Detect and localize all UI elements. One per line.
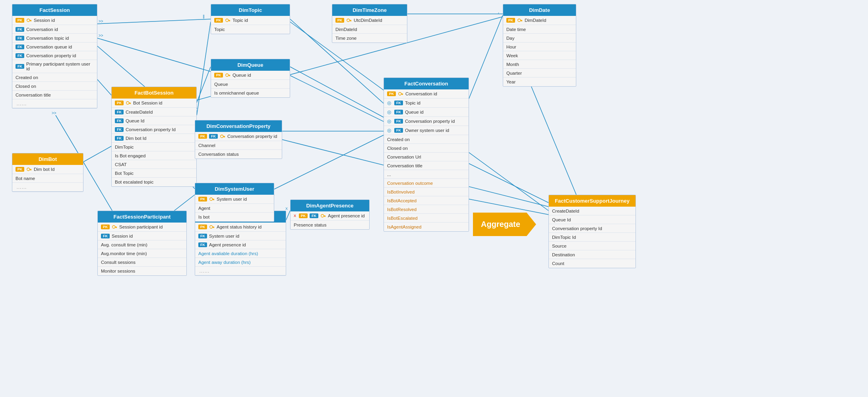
row-queue-id4: Queue Id [549, 215, 636, 224]
row-quarter: Quarter [503, 69, 576, 77]
row-agent-away-dur: Agent away duration (hrs) [195, 258, 286, 267]
svg-point-62 [226, 74, 229, 77]
svg-point-46 [126, 102, 129, 105]
row-conv-prop-id4: ◎FKConversation property id [384, 117, 469, 126]
svg-rect-61 [229, 21, 230, 21]
svg-rect-47 [129, 103, 131, 103]
svg-rect-60 [229, 21, 230, 21]
svg-line-8 [197, 22, 211, 115]
row-dots: ... [384, 170, 469, 179]
entity-dimConversationProperty-header: DimConversationProperty [195, 120, 282, 132]
svg-text:X: X [285, 207, 288, 211]
key-icon [225, 72, 231, 78]
row-bot-name: Bot name [12, 174, 83, 183]
row-separator: …… [12, 183, 83, 192]
svg-rect-76 [325, 216, 326, 217]
entity-dimTopic-header: DimTopic [211, 4, 290, 16]
row-conv-prop-id2: FKConversation property Id [112, 125, 196, 134]
svg-text:>>: >> [99, 19, 103, 23]
key-icon [517, 17, 523, 23]
svg-text:>>: >> [99, 33, 103, 38]
row-is-bot-engaged: Is Bot engaged [112, 151, 196, 160]
svg-point-38 [27, 19, 30, 22]
badge-pk: PK [387, 91, 396, 96]
svg-rect-55 [212, 227, 214, 227]
row-agent-presence-id2: X PK FK Agent presence id [291, 211, 369, 221]
entity-factConversation-header: FactConversation [384, 78, 469, 89]
badge-fk: FK [101, 234, 110, 238]
row-created-on2: Created on [384, 135, 469, 144]
svg-rect-79 [349, 20, 351, 21]
row-closed-on: Closed on [12, 82, 97, 91]
svg-text:‖: ‖ [203, 14, 205, 19]
badge-fk: FK [15, 45, 24, 49]
badge-pk: PK [101, 225, 110, 229]
row-is-bot-accepted: IsBotAccepted [384, 196, 469, 205]
row-dimtopic: DimTopic [112, 143, 196, 151]
svg-line-20 [274, 135, 384, 189]
entity-factSession: FactSession PK Session id FK Conversatio… [12, 4, 97, 108]
svg-rect-59 [228, 20, 230, 21]
row-is-bot-involved: IsBotInvolved [384, 188, 469, 196]
row-queue-id3: ◎FKQueue id [384, 108, 469, 117]
row-topic-id: PK Topic id [211, 16, 290, 25]
svg-point-82 [399, 93, 401, 95]
svg-rect-57 [213, 227, 214, 228]
row-conv-outcome: Conversation outcome [384, 179, 469, 188]
badge-fk: FK [198, 242, 207, 247]
entity-dimBot: DimBot PK Dim bot Id Bot name …… [12, 153, 83, 192]
svg-rect-56 [213, 227, 214, 228]
row-bot-escalated-topic: Bot escalated topic [112, 178, 196, 186]
svg-rect-72 [213, 199, 214, 200]
key-icon [209, 224, 215, 230]
aggregate-arrow: Aggregate [473, 213, 536, 236]
entity-factSession-header: FactSession [12, 4, 97, 16]
row-bot-session-id: PK Bot Session id [112, 99, 196, 108]
svg-rect-45 [30, 170, 31, 170]
svg-point-54 [210, 226, 213, 229]
svg-rect-64 [229, 76, 230, 76]
key-icon [126, 100, 131, 106]
row-destination: Destination [549, 250, 636, 259]
svg-rect-69 [224, 137, 225, 137]
row-hour: Hour [503, 43, 576, 51]
row-queue-id: FKQueue Id [112, 116, 196, 125]
row-month: Month [503, 60, 576, 69]
svg-point-66 [221, 135, 223, 138]
entity-dimAgentPresence: DimAgentPresence X PK FK Agent presence … [290, 199, 370, 230]
row-is-omnichannel: Is omnichannel queue [211, 89, 290, 97]
row-dimtopic-id: DimTopic Id [549, 233, 636, 242]
svg-rect-49 [130, 103, 130, 104]
badge-fk: FK [115, 127, 124, 132]
svg-point-50 [112, 226, 115, 229]
entity-factCustomerSupportJourney: FactCustomerSupportJourney CreateDateId … [548, 195, 636, 268]
svg-rect-48 [130, 103, 131, 104]
row-create-date-id2: CreateDateId [549, 207, 636, 215]
row-agent: Agent [195, 204, 274, 213]
row-time-zone: Time zone [332, 34, 407, 43]
svg-rect-52 [116, 227, 117, 228]
aggregate-label: Aggregate [473, 213, 536, 236]
badge-pk: PK [198, 225, 207, 229]
key-icon [320, 213, 326, 219]
key-icon [26, 167, 32, 172]
svg-rect-81 [350, 21, 351, 21]
svg-rect-80 [351, 21, 351, 21]
svg-point-86 [518, 19, 521, 22]
badge-fk: FK [394, 119, 403, 124]
row-monitor-sessions: Monitor sessions [98, 267, 186, 275]
row-channel: Channel [195, 141, 282, 150]
entity-factBotSession-header: FactBotSession [112, 87, 196, 99]
svg-line-30 [467, 15, 503, 103]
row-is-bot-escalated: IsBotEscalated [384, 214, 469, 223]
svg-rect-75 [324, 215, 326, 216]
row-topic: Topic [211, 25, 290, 34]
row-consult-sessions: Consult sessions [98, 258, 186, 267]
entity-factSessionParticipant-header: FactSessionParticipant [98, 211, 186, 223]
svg-rect-65 [229, 76, 230, 76]
badge-fk: FK [394, 128, 403, 133]
row-conv-title: Conversation title [12, 91, 97, 99]
entity-dimQueue: DimQueue PK Queue id Queue Is omnichanne… [211, 59, 290, 98]
svg-rect-83 [401, 93, 403, 94]
row-conv-id: FK Conversation id [12, 25, 97, 34]
